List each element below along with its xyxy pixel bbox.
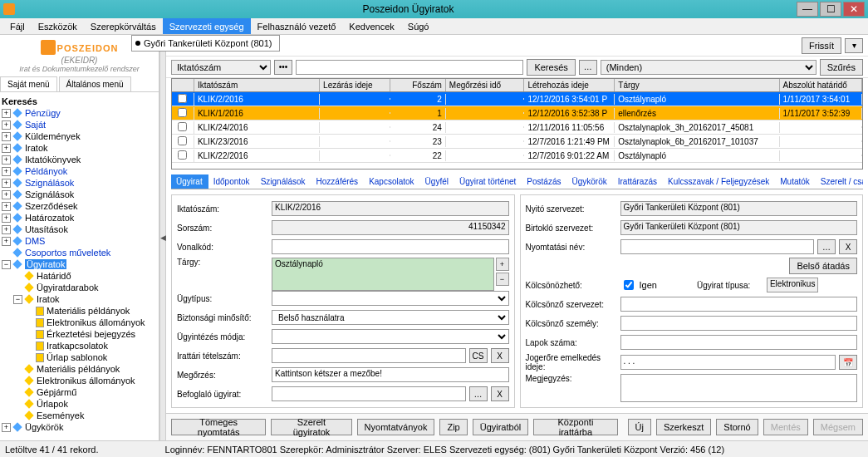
- ugymod-select[interactable]: [272, 329, 509, 344]
- tree-dms[interactable]: DMS: [25, 236, 45, 246]
- zip-button[interactable]: Zip: [439, 419, 467, 435]
- browse-button[interactable]: …: [469, 386, 488, 401]
- kolcs-checkbox[interactable]: [624, 280, 634, 290]
- logo-subtitle: (EKEIDR): [5, 56, 154, 65]
- bizt-select[interactable]: Belső használatra: [272, 310, 509, 325]
- megj-field[interactable]: [620, 374, 858, 402]
- belso-atadas-button[interactable]: Belső átadás: [789, 258, 857, 274]
- menu-kedvencek[interactable]: Kedvencek: [342, 18, 400, 34]
- doc-icon: [36, 307, 44, 316]
- tree-penzugy[interactable]: Pénzügy: [25, 108, 61, 118]
- dots-button[interactable]: •••: [274, 60, 292, 75]
- storno-button[interactable]: Stornó: [716, 419, 758, 435]
- mentes-button[interactable]: Mentés: [763, 419, 808, 435]
- x-button-3[interactable]: X: [839, 239, 857, 254]
- tab-sajat-menu[interactable]: Saját menü: [0, 76, 57, 91]
- bullet-icon: [135, 41, 140, 46]
- form-right-panel: Nyitó szervezet:Győri Tankerületi Közpon…: [520, 194, 864, 408]
- search-field-select[interactable]: Iktatószám: [171, 60, 271, 75]
- detail-tabs: Ügyirat Időpontok Szignálások Hozzáférés…: [171, 174, 863, 189]
- maximize-button[interactable]: ☐: [820, 2, 841, 17]
- close-button[interactable]: ✕: [843, 2, 865, 17]
- tomeges-button[interactable]: Tömeges nyomtatás: [171, 419, 266, 435]
- browse2-button[interactable]: …: [817, 239, 836, 254]
- menu-sugo[interactable]: Súgó: [401, 18, 436, 34]
- ugyiratbol-button[interactable]: Ügyiratból: [473, 419, 529, 435]
- joge-field[interactable]: . . .: [620, 355, 836, 370]
- szerelt-button[interactable]: Szerelt ügyiratok: [271, 419, 351, 435]
- tree-szerzodesek[interactable]: Szerződések: [25, 201, 78, 211]
- calendar-icon[interactable]: 📅: [839, 355, 857, 370]
- table-row[interactable]: KLIK/2/2016212/12/2016 3:54:01 POsztályn…: [172, 92, 862, 106]
- statusbar: Letöltve 41 / 41 rekord. Loginnév: FENNT…: [0, 440, 868, 457]
- vonalkod-field[interactable]: [272, 239, 509, 254]
- tree-kuldemenyek[interactable]: Küldemények: [25, 131, 81, 141]
- dropdown-text: Győri Tankerületi Központ (801): [144, 38, 272, 48]
- menu-dropdown[interactable]: Győri Tankerületi Központ (801): [131, 35, 280, 52]
- filter-select[interactable]: (Minden): [601, 60, 817, 75]
- search-button[interactable]: Keresés: [527, 59, 575, 76]
- status-left: Letöltve 41 / 41 rekord.: [5, 445, 99, 455]
- tree-hatarozatok[interactable]: Határozatok: [25, 213, 74, 223]
- menu-felhasznalo[interactable]: Felhasználó vezető: [251, 18, 343, 34]
- grid-header: Iktatószám Lezárás ideje Főszám Megőrzés…: [172, 79, 862, 92]
- tree-ugyiratok[interactable]: Ügyiratok: [25, 259, 66, 269]
- tree-utasitasok[interactable]: Utasítások: [25, 224, 68, 234]
- irattari-field[interactable]: [272, 348, 466, 363]
- lapok-field[interactable]: [620, 335, 858, 350]
- tree[interactable]: Keresés +Pénzügy +Saját +Küldemények +Ir…: [0, 92, 159, 440]
- more-button[interactable]: …: [579, 60, 597, 75]
- filter-button[interactable]: Szűrés: [820, 59, 863, 76]
- collapse-bar[interactable]: ◀: [159, 35, 166, 440]
- tree-hatarido[interactable]: Határidő: [37, 271, 71, 281]
- szerkeszt-button[interactable]: Szerkeszt: [656, 419, 711, 435]
- menu-eszkozok[interactable]: Eszközök: [32, 18, 84, 34]
- search-input[interactable]: [296, 60, 523, 75]
- kolcsszem-field[interactable]: [620, 316, 858, 331]
- cs-button[interactable]: CS: [469, 348, 488, 363]
- megsem-button[interactable]: Mégsem: [813, 419, 863, 435]
- menu-fajl[interactable]: Fájl: [3, 18, 32, 34]
- birt-field: Győri Tankerületi Központ (801): [620, 220, 858, 235]
- table-row[interactable]: KLIK/22/20162212/7/2016 9:01:22 AMOsztál…: [172, 149, 862, 163]
- minimize-button[interactable]: —: [797, 2, 818, 17]
- table-row[interactable]: KLIK/23/20162312/7/2016 1:21:49 PMOsztal…: [172, 135, 862, 149]
- tree-iktatokonyvek[interactable]: Iktatókönyvek: [25, 155, 81, 165]
- diamond-icon: [12, 108, 22, 117]
- kozponti-button[interactable]: Központi irattárba: [533, 419, 617, 435]
- befog-field[interactable]: [272, 386, 466, 401]
- tree-sajat[interactable]: Saját: [25, 120, 46, 130]
- expand-button[interactable]: ▾: [845, 38, 863, 53]
- tree-peldanyok[interactable]: Példányok: [25, 166, 67, 176]
- x-button-1[interactable]: X: [491, 348, 509, 363]
- grid: Iktatószám Lezárás ideje Főszám Megőrzés…: [171, 78, 863, 170]
- nyom-field[interactable]: [620, 239, 815, 254]
- x-button-2[interactable]: X: [491, 386, 509, 401]
- ugytip-field: Elektronikus: [767, 278, 818, 292]
- megorz-field[interactable]: Kattintson kétszer a mezőbe!: [272, 367, 509, 382]
- sorszam-field: 41150342: [272, 220, 509, 235]
- tree-header: Keresés: [2, 96, 37, 106]
- menu-szerepkor[interactable]: Szerepkörváltás: [84, 18, 163, 34]
- targy-field[interactable]: Osztálynapló: [272, 258, 494, 291]
- tree-ugyiratdarabok[interactable]: Ügyiratdarabok: [37, 283, 99, 292]
- refresh-button[interactable]: Frissít: [802, 37, 841, 54]
- tree-iratok2[interactable]: Iratok: [37, 294, 60, 304]
- tab-altalanos-menu[interactable]: Általános menü: [59, 76, 131, 91]
- add-icon[interactable]: +: [496, 258, 509, 271]
- tree-csoportos[interactable]: Csoportos műveletek: [25, 248, 110, 258]
- tree-szignalasok2[interactable]: Szignálások: [25, 189, 74, 199]
- table-row[interactable]: KLIK/1/2016112/12/2016 3:52:38 Pellenőrz…: [172, 106, 862, 120]
- ugytipus-select[interactable]: [272, 291, 509, 306]
- tree-szignalasok[interactable]: Szignálások: [25, 178, 74, 188]
- tree-iratok[interactable]: Iratok: [25, 143, 48, 153]
- table-row[interactable]: KLIK/24/20162412/11/2016 11:05:56Osztaly…: [172, 120, 862, 135]
- remove-icon[interactable]: −: [496, 273, 509, 286]
- kolcssz-field[interactable]: [620, 297, 858, 312]
- expand-icon[interactable]: +: [2, 109, 11, 118]
- nyomtatvanyok-button[interactable]: Nyomtatványok: [357, 419, 435, 435]
- col-checkbox[interactable]: [172, 79, 194, 91]
- tab-ugyirat[interactable]: Ügyirat: [171, 174, 208, 189]
- uj-button[interactable]: Új: [628, 419, 651, 435]
- menu-szervezeti[interactable]: Szervezeti egység: [163, 18, 251, 34]
